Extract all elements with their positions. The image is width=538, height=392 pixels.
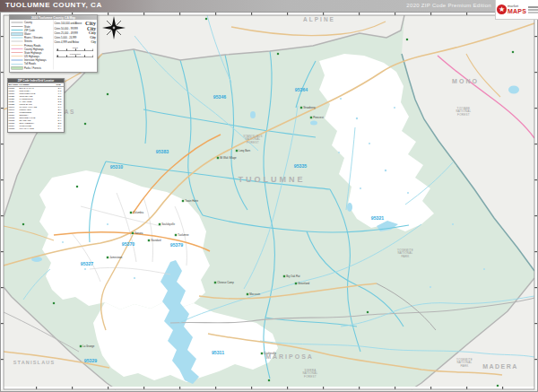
- legend-item-label: Primary Roads: [24, 44, 41, 47]
- city-size-label: Cities 50,000 - 99,999: [55, 27, 86, 30]
- zip-index-box: ZIP Code Index/Grid Locator ZIP CodePO N…: [7, 78, 65, 133]
- city-marker: [268, 379, 270, 381]
- city-marker: [205, 18, 207, 20]
- marketmaps-logo: ★ market MAPS: [495, 0, 538, 20]
- county-label: ALPINE: [303, 16, 335, 22]
- zip-index-column-header: ZIP Code: [8, 83, 19, 87]
- city-marker: [159, 223, 161, 225]
- county-label: TUOLUMNE: [239, 175, 306, 184]
- city-label: Chinese Camp: [217, 281, 234, 284]
- city-marker: [130, 212, 132, 213]
- legend-item: Parks / Forests: [12, 65, 54, 69]
- county-label: MARIPOSA: [265, 353, 314, 360]
- city-marker: [406, 39, 408, 40]
- city-size-sample: City: [90, 36, 96, 40]
- city-marker: [22, 223, 24, 225]
- city-marker: [107, 93, 108, 95]
- city-size-label: Cities 5,000 - 24,999: [55, 36, 90, 39]
- legend-symbol-list: CountyStateZIP CodeWaterRivers / Streams…: [10, 20, 53, 70]
- zip-code-label: 95346: [213, 94, 227, 100]
- city-marker: [277, 53, 279, 55]
- edition-label: 2020 ZIP Code Premium Edition: [406, 3, 491, 8]
- forest-park-label: SIERRANATIONALFOREST: [302, 369, 317, 379]
- county-label: MONO: [452, 78, 479, 84]
- legend-item-label: Streets: [24, 40, 32, 43]
- city-marker: [236, 150, 238, 152]
- city-marker: [283, 275, 285, 277]
- city-label: Mi Wuk Village: [220, 156, 237, 160]
- logo-brand-main: MAPS: [508, 8, 526, 14]
- city-marker: [247, 293, 248, 295]
- map-pin-icon: ★: [497, 4, 507, 14]
- city-label: Standard: [151, 239, 161, 242]
- city-label: Groveland: [298, 282, 309, 285]
- city-marker: [148, 240, 150, 241]
- page-title: TUOLUMNE COUNTY, CA: [5, 1, 102, 9]
- city-marker: [300, 107, 302, 109]
- city-size-label: Cities 25,000 - 49,999: [55, 31, 88, 34]
- city-marker: [214, 282, 216, 283]
- city-label: Tuolumne: [178, 233, 189, 237]
- legend-item-label: Water: [24, 32, 30, 35]
- legend-box: 2020 Tuolumne County, CA Map CountyState…: [9, 14, 98, 73]
- city-label: Sonora: [134, 231, 143, 235]
- city-marker: [310, 117, 312, 118]
- legend-item-label: Parks / Forests: [24, 66, 41, 69]
- zip-code-label: 95335: [294, 163, 308, 169]
- logo-fine-print: [528, 6, 538, 13]
- city-marker: [295, 283, 297, 284]
- city-marker: [182, 200, 184, 202]
- city-label: Jamestown: [109, 256, 123, 259]
- legend-item-label: US Highways: [24, 55, 39, 57]
- zip-code-label: 95364: [295, 87, 308, 92]
- logo-brand: market MAPS: [508, 4, 526, 14]
- zip-index-row: 95383TWAIN HARTEC-4: [8, 127, 64, 130]
- city-marker: [76, 186, 78, 187]
- city-marker: [107, 257, 108, 258]
- city-marker: [132, 232, 134, 234]
- city-marker: [53, 302, 55, 304]
- city-label: Moccasin: [249, 292, 260, 296]
- city-size-sample: City: [91, 41, 97, 44]
- city-marker: [175, 234, 177, 236]
- city-marker: [84, 123, 86, 125]
- zip-code-label: 95370: [122, 241, 135, 247]
- legend-item-label: County Highways: [24, 48, 44, 50]
- city-marker: [512, 51, 514, 53]
- legend-item-label: County: [24, 22, 32, 24]
- city-size-label: Cities 100,000 and Above: [55, 22, 85, 25]
- city-label: Soulsbyville: [161, 222, 175, 226]
- legend-item-label: Toll Roads: [24, 63, 36, 65]
- legend-city-sizes: Cities 100,000 and AboveCityCities 50,00…: [53, 20, 97, 70]
- zip-code-label: 95321: [371, 215, 385, 221]
- city-size-sample: City: [89, 30, 96, 35]
- zip-code-label: 95379: [170, 242, 184, 248]
- zip-code-label: 95329: [84, 358, 98, 363]
- county-label: MADERA: [482, 363, 518, 370]
- legend-swatch: [12, 65, 23, 69]
- legend-item-label: Interstate Highways: [24, 59, 47, 62]
- city-marker: [261, 353, 263, 354]
- city-size-row: Cities 4,999 and BelowCity: [55, 40, 97, 45]
- city-marker: [497, 385, 499, 387]
- legend-item-label: Rivers / Streams: [24, 36, 43, 39]
- map-poster: SonoraColumbiaJamestownTwain HarteSoulsb…: [0, 0, 538, 392]
- legend-scale-bars: MilesKilometers: [55, 46, 97, 57]
- zip-code-label: 95310: [110, 164, 124, 170]
- city-label: Strawberry: [303, 106, 316, 109]
- legend-item-label: State Highways: [24, 51, 41, 54]
- scale-bar: Miles: [55, 46, 97, 51]
- legend-item-label: State: [24, 25, 30, 28]
- city-label: Long Barn: [239, 149, 250, 152]
- forest-park-label: TOIYABENATIONALFOREST: [456, 107, 471, 117]
- zip-code-label: 95327: [81, 261, 94, 266]
- city-label: Big Oak Flat: [286, 274, 300, 278]
- zip-index-table: ZIP CodePO NameGrid 95305BIG OAK FLATE-4…: [8, 83, 64, 131]
- zip-code-label: 95311: [212, 350, 224, 355]
- city-label: Twain Harte: [185, 199, 198, 203]
- city-size-label: Cities 4,999 and Below: [55, 41, 91, 44]
- city-label: Pinecrest: [313, 116, 324, 119]
- city-marker: [80, 345, 82, 347]
- title-bar: TUOLUMNE COUNTY, CA 2020 ZIP Code Premiu…: [0, 0, 538, 12]
- scale-bar: Kilometers: [55, 52, 97, 57]
